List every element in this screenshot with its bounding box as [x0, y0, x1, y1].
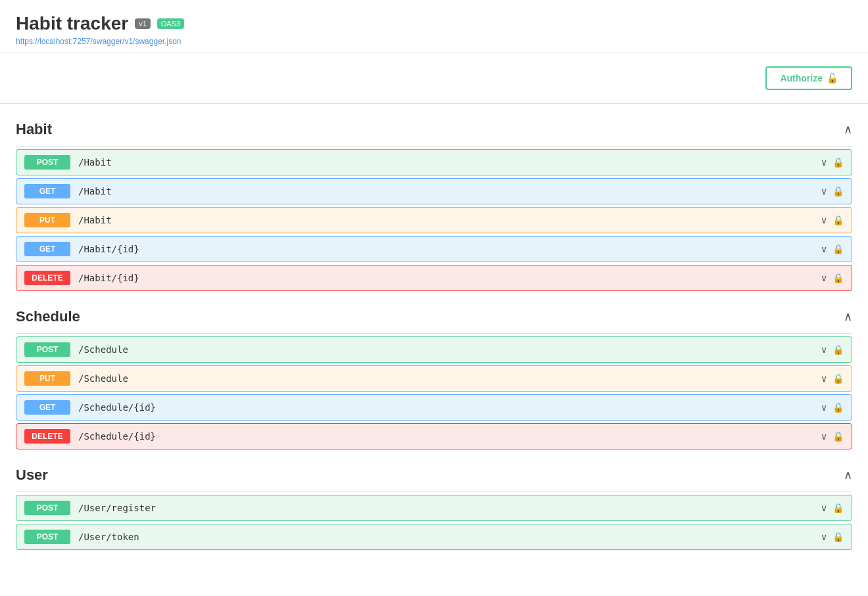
- section-header-habit[interactable]: Habit ∧: [16, 110, 852, 143]
- app-title: Habit tracker: [16, 13, 128, 34]
- endpoint-controls: ∨ 🔒: [821, 344, 844, 355]
- chevron-up-icon[interactable]: ∧: [844, 309, 852, 324]
- section-header-schedule[interactable]: Schedule ∧: [16, 298, 852, 331]
- method-badge: GET: [24, 184, 70, 198]
- endpoint-post--Schedule[interactable]: POST /Schedule ∨ 🔒: [16, 336, 852, 363]
- endpoint-controls: ∨ 🔒: [821, 373, 844, 384]
- page-header: Habit tracker v1 OAS3 https://localhost:…: [0, 0, 868, 53]
- section-title-user: User: [16, 467, 48, 484]
- section-user: User ∧ POST /User/register ∨ 🔒 POST /Use…: [16, 456, 852, 550]
- method-badge: DELETE: [24, 429, 70, 444]
- method-badge: POST: [24, 342, 70, 357]
- endpoint-controls: ∨ 🔒: [821, 186, 844, 196]
- endpoint-get--Habit--id-[interactable]: GET /Habit/{id} ∨ 🔒: [16, 236, 852, 262]
- chevron-down-icon[interactable]: ∨: [821, 215, 827, 225]
- method-badge: POST: [24, 501, 70, 515]
- chevron-down-icon[interactable]: ∨: [821, 373, 827, 384]
- lock-icon: 🔒: [832, 373, 844, 384]
- chevron-down-icon[interactable]: ∨: [821, 157, 827, 168]
- section-title-schedule: Schedule: [16, 308, 80, 325]
- endpoint-path: /Schedule: [78, 373, 821, 384]
- endpoint-controls: ∨ 🔒: [821, 532, 844, 542]
- endpoint-path: /Habit/{id}: [78, 273, 821, 283]
- authorize-label: Authorize: [780, 73, 823, 83]
- authorize-button[interactable]: Authorize 🔓: [765, 66, 852, 90]
- section-habit: Habit ∧ POST /Habit ∨ 🔒 GET /Habit ∨ 🔒 P…: [16, 110, 852, 291]
- lock-icon: 🔒: [832, 431, 844, 442]
- section-divider: [16, 492, 852, 492]
- method-badge: DELETE: [24, 271, 70, 285]
- method-badge: POST: [24, 155, 70, 170]
- chevron-down-icon[interactable]: ∨: [821, 532, 827, 542]
- section-divider: [16, 333, 852, 334]
- endpoint-path: /Habit/{id}: [78, 244, 821, 254]
- method-badge: PUT: [24, 371, 70, 386]
- lock-icon: 🔒: [832, 402, 844, 413]
- endpoint-path: /Habit: [78, 186, 821, 196]
- lock-icon: 🔒: [832, 532, 844, 542]
- chevron-down-icon[interactable]: ∨: [821, 244, 827, 254]
- chevron-down-icon[interactable]: ∨: [821, 402, 827, 413]
- chevron-down-icon[interactable]: ∨: [821, 344, 827, 355]
- section-header-user[interactable]: User ∧: [16, 456, 852, 489]
- endpoint-post--User-register[interactable]: POST /User/register ∨ 🔒: [16, 495, 852, 521]
- section-divider: [16, 146, 852, 147]
- lock-icon: 🔒: [832, 503, 844, 513]
- endpoint-post--User-token[interactable]: POST /User/token ∨ 🔒: [16, 524, 852, 550]
- authorize-section: Authorize 🔓: [0, 53, 868, 104]
- endpoint-controls: ∨ 🔒: [821, 273, 844, 283]
- lock-icon: 🔓: [827, 73, 838, 83]
- endpoint-get--Habit[interactable]: GET /Habit ∨ 🔒: [16, 178, 852, 204]
- endpoint-post--Habit[interactable]: POST /Habit ∨ 🔒: [16, 149, 852, 175]
- chevron-up-icon[interactable]: ∧: [844, 468, 852, 482]
- chevron-down-icon[interactable]: ∨: [821, 431, 827, 442]
- endpoint-delete--Schedule--id-[interactable]: DELETE /Schedule/{id} ∨ 🔒: [16, 423, 852, 449]
- endpoint-put--Schedule[interactable]: PUT /Schedule ∨ 🔒: [16, 365, 852, 392]
- method-badge: PUT: [24, 213, 70, 227]
- endpoint-delete--Habit--id-[interactable]: DELETE /Habit/{id} ∨ 🔒: [16, 265, 852, 291]
- endpoint-path: /User/register: [78, 503, 821, 513]
- method-badge: GET: [24, 400, 70, 415]
- endpoint-controls: ∨ 🔒: [821, 215, 844, 225]
- chevron-down-icon[interactable]: ∨: [821, 273, 827, 283]
- section-schedule: Schedule ∧ POST /Schedule ∨ 🔒 PUT /Sched…: [16, 298, 852, 449]
- chevron-down-icon[interactable]: ∨: [821, 503, 827, 513]
- method-badge: POST: [24, 530, 70, 544]
- chevron-down-icon[interactable]: ∨: [821, 186, 827, 196]
- endpoint-controls: ∨ 🔒: [821, 431, 844, 442]
- section-title-habit: Habit: [16, 121, 52, 138]
- chevron-up-icon[interactable]: ∧: [844, 122, 852, 137]
- lock-icon: 🔒: [832, 215, 844, 225]
- lock-icon: 🔒: [832, 244, 844, 254]
- lock-icon: 🔒: [832, 186, 844, 196]
- endpoint-path: /User/token: [78, 532, 821, 542]
- method-badge: GET: [24, 242, 70, 256]
- endpoint-controls: ∨ 🔒: [821, 244, 844, 254]
- main-content: Habit ∧ POST /Habit ∨ 🔒 GET /Habit ∨ 🔒 P…: [0, 104, 868, 563]
- endpoint-controls: ∨ 🔒: [821, 402, 844, 413]
- endpoint-path: /Habit: [78, 215, 821, 225]
- endpoint-path: /Schedule/{id}: [78, 402, 821, 413]
- lock-icon: 🔒: [832, 273, 844, 283]
- lock-icon: 🔒: [832, 157, 844, 168]
- endpoint-controls: ∨ 🔒: [821, 503, 844, 513]
- endpoint-controls: ∨ 🔒: [821, 157, 844, 168]
- endpoint-path: /Schedule: [78, 344, 821, 355]
- badge-v1: v1: [135, 18, 151, 29]
- endpoint-path: /Schedule/{id}: [78, 431, 821, 442]
- swagger-link[interactable]: https://localhost:7257/swagger/v1/swagge…: [16, 37, 852, 46]
- endpoint-path: /Habit: [78, 157, 821, 168]
- endpoint-get--Schedule--id-[interactable]: GET /Schedule/{id} ∨ 🔒: [16, 394, 852, 421]
- badge-oas3: OAS3: [157, 18, 184, 29]
- lock-icon: 🔒: [832, 344, 844, 355]
- endpoint-put--Habit[interactable]: PUT /Habit ∨ 🔒: [16, 207, 852, 233]
